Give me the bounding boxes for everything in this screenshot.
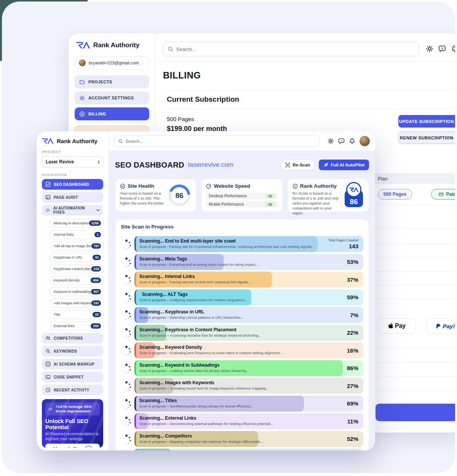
- spinner-icon: [121, 310, 131, 320]
- billing-header-icons: ?: [426, 45, 455, 53]
- website-speed-card: Website Speed Desktop Performance 32 Mob…: [201, 179, 283, 212]
- help-icon[interactable]: ?: [438, 45, 446, 53]
- fix-item-alt-tags[interactable]: Add alt tag to image (key...797: [50, 241, 104, 251]
- dashboard-search[interactable]: [114, 136, 320, 147]
- spinner-icon: [121, 399, 131, 409]
- bell-icon[interactable]: [451, 45, 455, 53]
- sidebar-item-label: AI AUTOMATION FIXES: [53, 206, 93, 214]
- gear-icon[interactable]: [328, 138, 334, 144]
- rocket-icon: [323, 163, 328, 168]
- promo-desc: AI-Powered recommendation to improve you…: [45, 431, 100, 441]
- fix-item-title[interactable]: Title10: [50, 310, 104, 319]
- search-icon: [168, 46, 173, 52]
- pages-pill[interactable]: 500 Pages: [378, 189, 412, 200]
- scan-title: Scanning... Keyphrase in URL: [139, 309, 318, 315]
- fix-item-keyphrase-content[interactable]: Keyphrase content place...318: [50, 264, 104, 273]
- metric-value: 32: [265, 193, 275, 198]
- site-health-card: Site Health Your score is based on a for…: [115, 179, 197, 212]
- sidebar-item-projects[interactable]: PROJECTS: [75, 75, 149, 88]
- account-email[interactable]: bryandd+223@gmail.com: [75, 56, 149, 69]
- sidebar-item-label: AI SCHEMA MARKUP: [54, 362, 94, 366]
- fix-item-internal-links[interactable]: Internal links1: [50, 230, 104, 239]
- scan-value: 53%: [347, 254, 358, 270]
- section-divider: [163, 109, 455, 109]
- scan-desc: Scan in progress - Parsing site for AI p…: [139, 245, 318, 249]
- sidebar-item-page-audit[interactable]: PAGE AUDIT: [42, 192, 103, 203]
- sidebar-item-ai-schema-markup[interactable]: AI SCHEMA MARKUP: [42, 359, 103, 369]
- progress-track: Scanning... Meta TagsScan in progress - …: [134, 254, 363, 270]
- billing-search[interactable]: [163, 42, 419, 56]
- sidebar-item-billing[interactable]: $ BILLING: [75, 107, 149, 120]
- scan-value: 27%: [347, 378, 358, 394]
- avatar: [79, 59, 86, 66]
- fix-item-keyphrase-url[interactable]: Keyphrase in URL33: [50, 253, 104, 262]
- search-input[interactable]: [176, 46, 414, 52]
- ra-logo-icon: [349, 187, 358, 193]
- plan-pages-text: 500 Pages: [167, 116, 194, 122]
- project-select[interactable]: Laser Revive ▴▾: [42, 156, 103, 168]
- fix-item-keyword-subheadings[interactable]: Keyword in subheadings357: [50, 287, 104, 296]
- primary-action-bar[interactable]: [376, 404, 455, 421]
- sidebar-item-ai-automation-fixes[interactable]: AI AUTOMATION FIXES: [42, 205, 103, 216]
- header-divider: [155, 61, 455, 61]
- sidebar-item-seo-dashboard[interactable]: SEO DASHBOARD: [42, 179, 103, 190]
- sidebar-item-keywords[interactable]: KEYWORDS: [42, 346, 103, 356]
- progress-track: Scanning... End to End multi-layer site …: [134, 236, 363, 252]
- update-subscription-button[interactable]: UPDATE SUBSCRIPTION→: [398, 115, 455, 128]
- spinner-icon: [121, 257, 131, 267]
- sidebar-item-recent-activity[interactable]: RECENT ACTIVITY: [42, 385, 103, 395]
- ra-logo-icon: [76, 41, 90, 50]
- scan-value: 59%: [347, 289, 358, 305]
- card-title: Site Health: [128, 183, 154, 189]
- svg-text:86: 86: [176, 192, 184, 200]
- chevron-down-icon: [96, 209, 100, 211]
- promo-badge-text: +147% Average SEO Score Improvement: [56, 404, 97, 414]
- progress-track: Scanning... CompetitorsScan in progress …: [134, 431, 363, 447]
- health-score-gauge: 86: [167, 183, 192, 208]
- upgrade-now-button[interactable]: Upgrade Now ↗: [45, 444, 100, 448]
- fix-item-meta-description[interactable]: Meta tag in description1255: [50, 219, 104, 228]
- ra-score-value: 86: [345, 198, 363, 206]
- user-avatar[interactable]: [360, 136, 370, 146]
- scan-row-external-links: Scanning... External LinksScan in progre…: [121, 413, 363, 429]
- paypal-button[interactable]: PayPal: [427, 318, 455, 334]
- sidebar-item-account-settings[interactable]: ACCOUNT SETTINGS: [75, 91, 149, 104]
- gear-icon[interactable]: [426, 45, 433, 53]
- help-icon[interactable]: ?: [338, 138, 345, 144]
- site-domain: laserrevive.com: [188, 161, 233, 169]
- sidebar-item-label: PAGE AUDIT: [54, 195, 78, 200]
- rescan-button[interactable]: Re-Scan: [280, 160, 315, 170]
- scan-desc: Scan in progress – Synthesizing title st…: [139, 404, 318, 408]
- scan-title: Scanning... ALT Tags: [142, 292, 318, 297]
- ra-score-badge: 86: [344, 183, 364, 208]
- scan-title: Scanning... Keyword Density: [139, 345, 318, 350]
- renew-subscription-button[interactable]: RENEW SUBSCRIPTION→: [398, 131, 455, 144]
- fix-item-images-keywords[interactable]: Add images with keywords247: [50, 299, 104, 308]
- fix-item-keyword-density[interactable]: Keyword density659: [50, 276, 104, 285]
- clock-icon: [45, 387, 51, 393]
- paid-badge[interactable]: Paid: [431, 189, 455, 200]
- count-badge: 797: [91, 243, 101, 249]
- bell-icon[interactable]: [349, 138, 355, 144]
- rank-authority-card: Rank Authority RA Score is based on a fo…: [288, 179, 369, 212]
- apple-pay-button[interactable]: Pay: [378, 318, 416, 334]
- subscription-section-title: Current Subscription: [167, 95, 239, 104]
- sidebar-item-code-snippet[interactable]: CODE SNIPPET: [42, 372, 103, 382]
- scan-panel-title: Site Scan in Progress: [121, 224, 363, 232]
- scan-title: Scanning... Keyphrase in Content Placeme…: [139, 327, 318, 332]
- schema-brackets-icon: [45, 361, 51, 367]
- autopilot-button[interactable]: Full AI AutoPilot: [319, 160, 369, 170]
- scan-row-alt-tags: Scanning... ALT TagsScan in progress – A…: [121, 289, 363, 305]
- check-circle-icon: [120, 184, 125, 189]
- metric-label: Mobile Performance: [209, 202, 244, 206]
- scan-row-competitors: Scanning... CompetitorsScan in progress …: [121, 431, 363, 447]
- scan-row-images-keywords: Scanning... Images with KeywordsScan in …: [121, 378, 363, 394]
- scan-title: Scanning... Images with Keywords: [139, 380, 318, 385]
- metric-value: 32: [265, 202, 275, 207]
- fix-item-external-links[interactable]: External links200: [50, 321, 104, 331]
- sidebar-item-competitors[interactable]: COMPETITORS: [42, 333, 103, 343]
- dashboard-chart-icon: [45, 182, 51, 187]
- search-input[interactable]: [126, 139, 316, 144]
- scan-title: Scanning... Competitors: [139, 433, 318, 439]
- people-icon: [45, 335, 51, 341]
